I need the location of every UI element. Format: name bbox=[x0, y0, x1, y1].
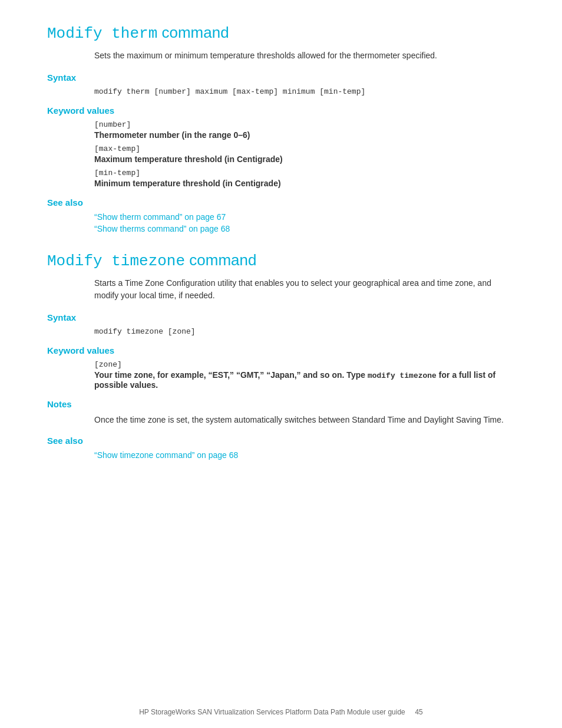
section2-title-mono: Modify timezone bbox=[47, 252, 185, 270]
section2-see-also-link-1[interactable]: “Show timezone command” on page 68 bbox=[94, 450, 515, 460]
section2-see-also-list: “Show timezone command” on page 68 bbox=[94, 450, 515, 460]
section1-see-also-linktext-2: Show therms command bbox=[97, 224, 184, 233]
section2-see-also-linktext-1: Show timezone command bbox=[97, 450, 192, 460]
section2-title-normal: command bbox=[185, 251, 256, 269]
keyword-desc-zone: Your time zone, for example, “EST,” “GMT… bbox=[94, 370, 515, 390]
keyword-item-max-temp: [max-temp] Maximum temperature threshold… bbox=[94, 144, 515, 164]
keyword-item-min-temp: [min-temp] Minimum temperature threshold… bbox=[94, 169, 515, 188]
keyword-desc-min-temp: Minimum temperature threshold (in Centig… bbox=[94, 179, 515, 188]
page-number: 45 bbox=[415, 708, 422, 716]
section1-keyword-list: [number] Thermometer number (in the rang… bbox=[94, 120, 515, 188]
inline-code-modify-timezone: modify timezone bbox=[368, 371, 437, 380]
section1-see-also-link-2[interactable]: “Show therms command” on page 68 bbox=[94, 224, 515, 233]
keyword-code-max-temp: [max-temp] bbox=[94, 144, 515, 153]
section1-see-also-link-1[interactable]: “Show therm command” on page 67 bbox=[94, 212, 515, 222]
section2-keyword-list: [zone] Your time zone, for example, “EST… bbox=[94, 360, 515, 390]
section2-syntax-code: modify timezone [zone] bbox=[94, 327, 515, 336]
keyword-item-number: [number] Thermometer number (in the rang… bbox=[94, 120, 515, 140]
section2-see-also-label: See also bbox=[47, 436, 515, 446]
section1-title: Modify therm command bbox=[47, 24, 515, 42]
section2-description: Starts a Time Zone Configuration utility… bbox=[94, 277, 515, 302]
keyword-desc-max-temp: Maximum temperature threshold (in Centig… bbox=[94, 154, 515, 164]
section1-keyword-values-label: Keyword values bbox=[47, 106, 515, 116]
section2-notes-text: Once the time zone is set, the system au… bbox=[94, 414, 515, 426]
keyword-item-zone: [zone] Your time zone, for example, “EST… bbox=[94, 360, 515, 390]
page-footer: HP StorageWorks SAN Virtualization Servi… bbox=[0, 708, 562, 716]
section1-title-mono: Modify therm bbox=[47, 25, 157, 42]
section1-syntax-code: modify therm [number] maximum [max-temp]… bbox=[94, 87, 515, 96]
keyword-code-zone: [zone] bbox=[94, 360, 515, 369]
keyword-code-min-temp: [min-temp] bbox=[94, 169, 515, 177]
section1-see-also-list: “Show therm command” on page 67 “Show th… bbox=[94, 212, 515, 233]
section1-description: Sets the maximum or minimum temperature … bbox=[94, 50, 515, 62]
section2-title: Modify timezone command bbox=[47, 251, 515, 270]
keyword-code-number: [number] bbox=[94, 120, 515, 129]
section2-keyword-values-label: Keyword values bbox=[47, 345, 515, 355]
section1-syntax-label: Syntax bbox=[47, 73, 515, 83]
footer-text: HP StorageWorks SAN Virtualization Servi… bbox=[139, 708, 405, 716]
section2-notes-label: Notes bbox=[47, 399, 515, 409]
section1-see-also-label: See also bbox=[47, 197, 515, 207]
section1-title-normal: command bbox=[157, 24, 229, 41]
section1-see-also-linktext-1: Show therm command bbox=[97, 212, 180, 222]
section2-syntax-label: Syntax bbox=[47, 312, 515, 322]
keyword-desc-number: Thermometer number (in the range 0–6) bbox=[94, 130, 515, 140]
